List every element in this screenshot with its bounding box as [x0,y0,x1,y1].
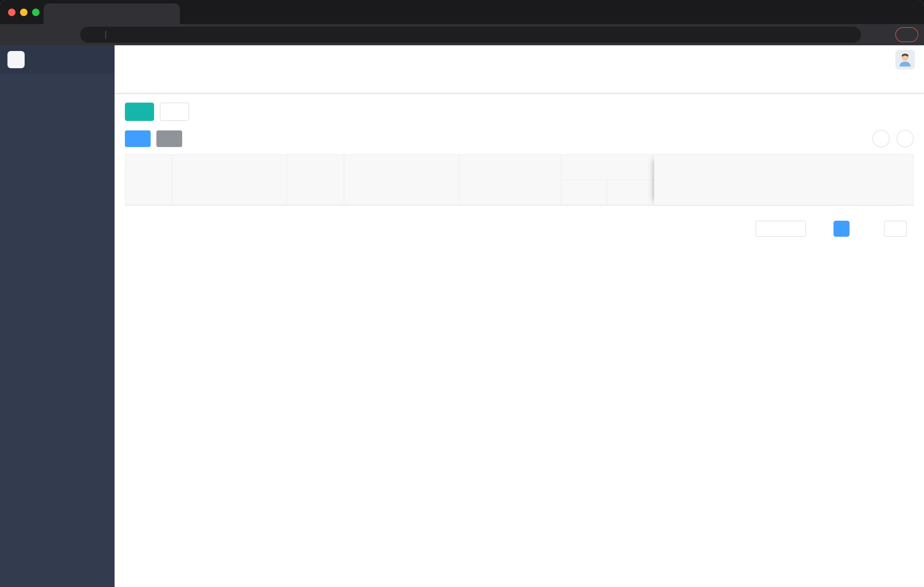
table-toolbar [125,130,914,147]
back-icon [9,30,18,39]
bookmark-star-icon[interactable] [845,30,854,39]
plus-icon [132,135,140,142]
table-grid [125,155,745,205]
minimize-window-button[interactable] [20,8,28,16]
col-header-category [287,155,344,205]
refresh-icon [901,135,909,143]
tags-bar [115,74,924,93]
favicon-icon [49,10,58,18]
col-header-version [561,180,607,205]
password-key-icon[interactable] [829,30,838,39]
help-icon[interactable] [835,55,845,65]
app-shell [0,45,924,587]
update-button[interactable] [895,27,918,42]
address-divider [106,31,106,39]
plus-icon [189,9,197,17]
incognito-badge [872,29,888,40]
incognito-icon [872,29,883,40]
browser-tab[interactable] [43,3,180,24]
window-controls [8,8,40,16]
ops-fixed-column [654,155,913,205]
toolbar-right [873,130,914,147]
home-icon [62,30,71,39]
reload-icon [45,30,53,39]
rabbit-logo-icon [8,52,23,67]
fullscreen-icon[interactable] [855,55,866,65]
font-size-icon[interactable] [875,55,886,65]
address-bar[interactable] [80,26,861,43]
page-size-select[interactable] [756,221,806,237]
reset-button[interactable] [160,103,189,121]
zoom-window-button[interactable] [32,8,40,16]
process-model-table [125,154,914,206]
user-avatar[interactable] [895,50,915,69]
browser-tab-strip [0,0,924,24]
home-button[interactable] [59,27,74,42]
chevron-down-icon [795,226,801,232]
close-window-button[interactable] [8,8,15,16]
filter-form [125,103,914,121]
col-header-process-name [172,155,287,205]
search-icon [877,135,885,143]
toggle-search-button[interactable] [873,130,889,147]
browser-window [0,0,924,587]
forward-button[interactable] [23,27,38,42]
chevron-left-icon [816,225,823,232]
reload-button[interactable] [41,27,56,42]
back-button[interactable] [6,27,21,42]
sidebar [0,45,115,587]
col-header-process-id [125,155,172,205]
col-header-created-time [459,155,561,205]
forward-icon [26,30,35,39]
search-icon [134,108,142,116]
header-actions [795,50,915,69]
prev-page-button[interactable] [813,222,827,236]
app-logo[interactable] [0,45,115,74]
goto-page-input[interactable] [884,221,907,237]
collapse-sidebar-button[interactable] [122,54,134,65]
search-button[interactable] [125,103,154,121]
import-process-button[interactable] [157,131,182,147]
new-tab-button[interactable] [185,5,201,22]
github-icon[interactable] [815,55,825,65]
refresh-icon [169,108,177,116]
col-header-active-status [607,180,653,205]
refresh-table-button[interactable] [896,130,914,147]
sidebar-menu [0,74,115,587]
browser-toolbar [0,24,924,45]
chevron-right-icon [860,225,867,232]
logo-image [7,51,25,68]
pagination [125,221,914,237]
page-content [115,93,924,587]
next-page-button[interactable] [856,222,870,236]
browser-menu-icon[interactable] [907,31,915,39]
app-header [115,45,924,74]
header-search-icon[interactable] [795,55,805,65]
close-tab-icon[interactable] [168,11,174,17]
col-header-operations [654,155,913,205]
page-number-1[interactable] [833,221,850,237]
create-process-button[interactable] [125,131,151,147]
upload-icon [164,135,171,142]
warning-icon [87,31,95,39]
col-header-form-info [344,155,459,205]
main-area [115,45,924,587]
